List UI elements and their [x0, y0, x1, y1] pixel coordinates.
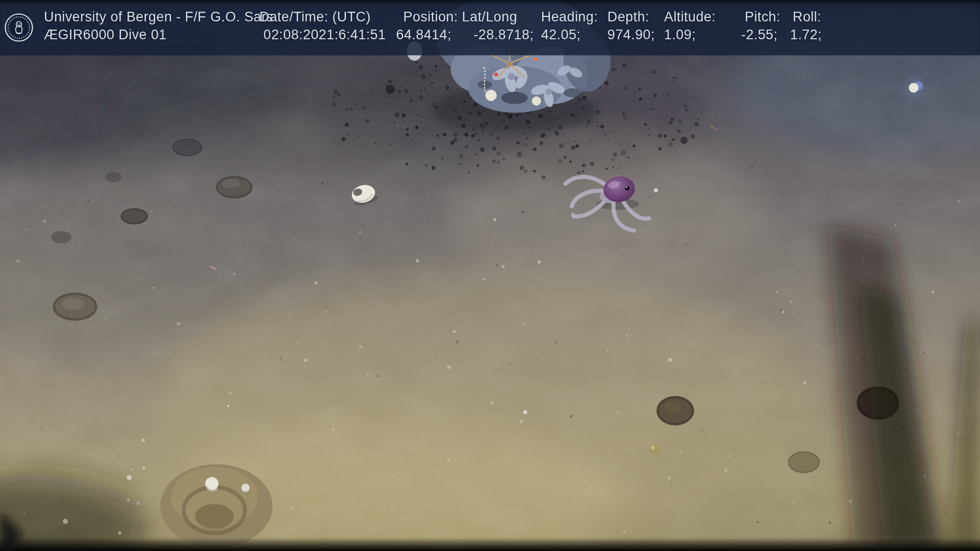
telemetry-bar: University of Bergen - F/F G.O. Sars ÆGI…: [0, 0, 980, 55]
altitude-label: Altitude:: [664, 8, 716, 26]
telemetry-altitude: Altitude: 1.09;: [664, 8, 716, 44]
telemetry-depth: Depth: 974.90;: [607, 8, 655, 44]
depth-value: 974.90;: [607, 26, 655, 44]
heading-label: Heading:: [541, 8, 598, 26]
pitch-label: Pitch:: [741, 8, 780, 26]
rov-video-frame: University of Bergen - F/F G.O. Sars ÆGI…: [0, 0, 980, 551]
telemetry-heading: Heading: 42.05;: [541, 8, 598, 44]
telemetry-pitch: Pitch: -2.55;: [741, 8, 780, 44]
heading-value: 42.05;: [541, 26, 598, 44]
latitude-value: 64.8414;: [396, 26, 470, 44]
longitude-value: -28.8718;: [474, 27, 534, 42]
datetime-value: 02:08:2021:6:41:51: [259, 26, 386, 44]
altitude-value: 1.09;: [664, 26, 716, 44]
bottom-edge-shadow: [0, 538, 980, 551]
position-label: Position: Lat/Long: [396, 8, 534, 26]
telemetry-roll: Roll: 1.72;: [790, 8, 822, 44]
telemetry-position: Position: Lat/Long 64.8414; -28.8718;: [396, 8, 534, 44]
vessel-title-block: University of Bergen - F/F G.O. Sars ÆGI…: [44, 8, 274, 44]
vessel-title: University of Bergen - F/F G.O. Sars: [44, 8, 274, 26]
depth-label: Depth:: [607, 8, 655, 26]
seafloor-photo: [0, 0, 980, 551]
datetime-label: Date/Time: (UTC): [259, 8, 386, 26]
roll-value: 1.72;: [790, 26, 822, 44]
roll-label: Roll:: [790, 8, 822, 26]
university-of-bergen-logo: [4, 13, 34, 42]
telemetry-datetime: Date/Time: (UTC) 02:08:2021:6:41:51: [259, 8, 386, 44]
pitch-value: -2.55;: [741, 26, 780, 44]
video-grain: [0, 0, 980, 551]
dive-title: ÆGIR6000 Dive 01: [44, 26, 274, 44]
